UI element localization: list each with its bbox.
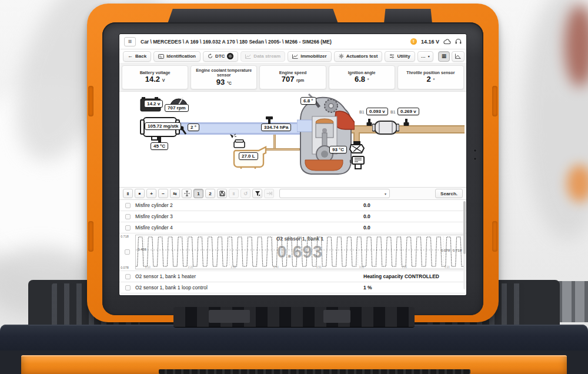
table-row[interactable]: Misfire cylinder 4 0.0 [119, 222, 466, 233]
tile-engine-speed[interactable]: Engine speed 707 rpm [259, 65, 326, 89]
o2-post-bank-tag: B1 [390, 110, 395, 114]
current-value-watermark: 0.693 [136, 242, 464, 262]
egr-valve-icon [349, 141, 365, 155]
filter-icon [255, 191, 260, 196]
battery-voltage-label[interactable]: 14.2 v [144, 100, 163, 108]
save-button[interactable] [217, 189, 227, 198]
page-two-button[interactable]: 2 [205, 189, 215, 198]
chart-icon [292, 54, 298, 59]
camera-dot [474, 149, 476, 152]
row-checkbox[interactable] [125, 225, 131, 231]
o2-post-voltage-label[interactable]: 0.269 v [397, 108, 419, 115]
table-row[interactable]: O2 sensor 1, bank 1 heater Heating capac… [119, 271, 466, 282]
actuators-test-button[interactable]: Actuators test [334, 51, 383, 62]
page-one-button[interactable]: 1 [193, 189, 203, 198]
back-button[interactable]: ← Back [123, 51, 151, 62]
cursor-ibeam-icon [184, 191, 190, 196]
cursor-button[interactable] [182, 189, 192, 198]
save-icon [219, 191, 225, 196]
throttle-angle-label[interactable]: 2 ° [188, 123, 199, 131]
more-button[interactable]: …▾ [417, 51, 433, 62]
tablet-dock [173, 307, 415, 327]
stream-filter-select[interactable]: ▾ [279, 189, 390, 198]
svg-text:2:40: 2:40 [273, 266, 279, 269]
stop-icon: ■ [139, 192, 141, 195]
air-mass-label[interactable]: 105.72 mg/stk [145, 122, 181, 130]
data-stream-list: Misfire cylinder 2 0.0 Misfire cylinder … [119, 200, 466, 295]
row-checkbox[interactable] [125, 249, 130, 255]
cart-drawer-lip [159, 369, 470, 374]
svg-text:2:20: 2:20 [188, 266, 193, 269]
map-pressure-label[interactable]: 334.74 hPa [261, 123, 291, 131]
refresh-button[interactable]: ↺ [240, 189, 250, 198]
background-blur-orange-object [567, 165, 588, 202]
tile-battery-voltage[interactable]: Battery voltage 14.2 V [122, 65, 188, 89]
tile-throttle-position[interactable]: Throttle position sensor 2 ° [397, 65, 464, 89]
row-checkbox[interactable] [125, 203, 131, 208]
o2-pre-voltage-label[interactable]: 0.093 v [366, 108, 388, 115]
dock-tab [323, 310, 350, 323]
rpm-label[interactable]: 707 rpm [165, 104, 189, 112]
row-checkbox[interactable] [125, 285, 131, 290]
refresh-icon: ↺ [243, 191, 248, 196]
tablet-top-notch [384, 9, 432, 24]
stop-button[interactable]: ■ [135, 189, 145, 198]
grid-icon: ▦ [442, 54, 447, 59]
skip-icon [266, 191, 272, 196]
o2-sensor-chart-row[interactable]: 0.718 0.078 O2 sensor 1, bank 1 0.436 0.… [119, 233, 466, 271]
immobilizer-button[interactable]: Immobilizer [288, 51, 331, 62]
search-button[interactable]: Search. [435, 189, 463, 198]
fuel-level-label[interactable]: 27.0 L [239, 152, 258, 160]
nav-toolbar: ← Back Identification DTC Data stream [119, 49, 466, 64]
svg-text:2:10: 2:10 [145, 266, 151, 269]
menu-icon[interactable]: ≡ [124, 37, 136, 46]
catalytic-converter-icon [372, 119, 399, 136]
pause-record-button[interactable]: ‖ [229, 189, 239, 198]
graph-icon [455, 54, 461, 59]
utility-button[interactable]: Utility [385, 51, 415, 62]
dtc-settings-badge [227, 53, 233, 59]
ignition-angle-label[interactable]: 6.8 ° [300, 97, 316, 105]
vehicle-voltage: 14.16 V [421, 39, 439, 45]
y-max-label: 0.718 [121, 235, 129, 238]
dtc-button[interactable]: DTC [203, 51, 238, 62]
camera-dot [474, 158, 476, 160]
data-stream-button[interactable]: Data stream [240, 51, 285, 62]
y-mid-label: 0.436 [138, 248, 146, 251]
pause-icon: ‖ [127, 191, 129, 196]
table-row[interactable]: O2 sensor 1, bank 1 loop control 1 % [119, 282, 466, 293]
swap-button[interactable]: ⇆ [170, 189, 180, 198]
o2-pre-bank-tag: B1 [359, 110, 364, 114]
map-sensor-icon [265, 116, 274, 123]
table-row[interactable]: Misfire cylinder 2 0.0 [119, 200, 466, 211]
identification-button[interactable]: Identification [153, 51, 201, 62]
headset-icon[interactable] [455, 38, 462, 45]
live-value-tiles: Battery voltage 14.2 V Engine coolant te… [119, 64, 466, 92]
ecu-icon [350, 155, 365, 169]
coolant-temp-label[interactable]: 93 °C [329, 146, 347, 153]
remove-button[interactable]: − [158, 189, 168, 198]
engine-diagram: 14.2 v 707 rpm 105.72 mg/stk 45 °C [119, 92, 466, 183]
chevron-down-icon: ▾ [428, 55, 430, 58]
row-checkbox[interactable] [125, 274, 131, 279]
grid-view-button[interactable]: ▦ [438, 51, 450, 62]
topbar-status: ! 14.16 V [410, 38, 462, 45]
row-checkbox[interactable] [125, 214, 131, 219]
tile-ignition-angle[interactable]: Ignition angle 6.8 ° [329, 65, 395, 89]
o2-sensor-post-icon [403, 119, 409, 126]
minus-icon: − [162, 191, 165, 196]
graph-view-button[interactable] [452, 51, 465, 62]
battery-status-icon[interactable]: ! [410, 38, 417, 45]
filter-button[interactable] [252, 189, 262, 198]
add-button[interactable]: + [146, 189, 156, 198]
actuator-icon [339, 54, 344, 59]
cart-front-edge [0, 325, 588, 353]
cloud-icon[interactable] [443, 39, 451, 45]
table-row[interactable]: Misfire cylinder 3 0.0 [119, 211, 466, 222]
utility-icon [389, 54, 395, 59]
exhaust-pipe [352, 125, 465, 133]
tile-coolant-temp[interactable]: Engine coolant temperature sensor 93 °C [191, 65, 257, 89]
intake-temp-label[interactable]: 45 °C [151, 142, 168, 150]
pause-button[interactable]: ‖ [123, 189, 133, 198]
skip-button[interactable] [264, 189, 274, 198]
